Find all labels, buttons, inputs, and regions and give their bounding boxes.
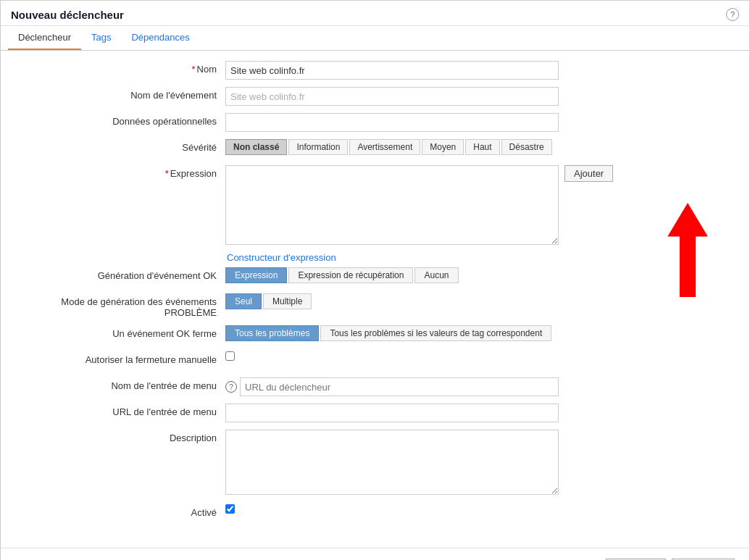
ajouter-expression-button[interactable]: Ajouter (564, 165, 613, 182)
active-checkbox[interactable] (225, 504, 235, 514)
expression-textarea[interactable] (225, 165, 559, 245)
sev-non-classe[interactable]: Non classé (225, 139, 287, 155)
nom-evenement-label: Nom de l'événement (15, 87, 225, 101)
mode-generation-label: Mode de génération des événements PROBLÈ… (15, 293, 225, 318)
active-label: Activé (15, 504, 225, 518)
ok-ferme-group: Tous les problèmes Tous les problèmes si… (225, 325, 551, 341)
nom-control (225, 61, 559, 80)
form-body: *Nom Nom de l'événement Données opératio… (1, 51, 749, 540)
donnees-label: Données opérationnelles (15, 113, 225, 127)
description-row: Description (15, 430, 735, 497)
info-icon[interactable]: ? (225, 381, 237, 393)
mode-generation-group: Seul Multiple (225, 293, 312, 309)
nom-entree-menu-label: Nom de l'entrée de menu (15, 377, 225, 391)
active-row: Activé Active (15, 504, 735, 523)
window-header: Nouveau déclencheur ? (1, 1, 749, 26)
ok-ferme-row: Un événement OK ferme Tous les problèmes… (15, 325, 735, 344)
url-entree-row: URL de l'entrée de menu (15, 404, 735, 422)
autoriser-fermeture-checkbox[interactable] (225, 351, 235, 361)
ok-ferme-label: Un événement OK ferme (15, 325, 225, 339)
constructeur-link-row: Constructeur d'expression (15, 252, 735, 263)
mode-seul-btn[interactable]: Seul (225, 293, 262, 309)
nom-input[interactable] (225, 61, 559, 80)
nom-label: *Nom (15, 61, 225, 75)
gen-aucun-btn[interactable]: Aucun (414, 267, 458, 283)
expression-container: Ajouter (225, 165, 613, 245)
constructeur-link[interactable]: Constructeur d'expression (15, 252, 735, 263)
autoriser-fermeture-control (225, 351, 235, 361)
sev-information[interactable]: Information (288, 139, 348, 155)
window: Nouveau déclencheur ? Déclencheur Tags D… (0, 0, 750, 560)
description-control (225, 430, 559, 497)
active-control: Active (225, 504, 235, 514)
sev-moyen[interactable]: Moyen (422, 139, 464, 155)
tabs-bar: Déclencheur Tags Dépendances (1, 26, 749, 51)
window-title: Nouveau déclencheur (11, 9, 124, 21)
expression-label: *Expression (15, 165, 225, 179)
nom-entree-menu-input[interactable] (240, 377, 559, 396)
tab-declencheur[interactable]: Déclencheur (8, 26, 81, 50)
help-icon[interactable]: ? (726, 8, 739, 21)
autoriser-fermeture-label: Autoriser la fermeture manuelle (15, 351, 225, 365)
url-entree-control (225, 404, 559, 422)
ok-ferme-tous-btn[interactable]: Tous les problèmes (225, 325, 319, 341)
footer-buttons: Ajouter Annuler (1, 548, 749, 560)
ok-ferme-tag-btn[interactable]: Tous les problèmes si les valeurs de tag… (320, 325, 551, 341)
autoriser-fermeture-row: Autoriser la fermeture manuelle (15, 351, 735, 370)
generation-ok-row: Génération d'événement OK Expression Exp… (15, 267, 735, 286)
mode-multiple-btn[interactable]: Multiple (263, 293, 312, 309)
expression-required: * (165, 168, 169, 179)
tab-dependances[interactable]: Dépendances (121, 26, 199, 50)
nom-evenement-row: Nom de l'événement (15, 87, 735, 106)
nom-entree-menu-control: ? (225, 377, 559, 396)
severity-group: Non classé Information Avertissement Moy… (225, 139, 552, 155)
url-entree-label: URL de l'entrée de menu (15, 404, 225, 417)
mode-generation-row: Mode de génération des événements PROBLÈ… (15, 293, 735, 318)
generation-ok-group: Expression Expression de récupération Au… (225, 267, 459, 283)
nom-evenement-control (225, 87, 559, 106)
sev-avertissement[interactable]: Avertissement (349, 139, 420, 155)
donnees-input[interactable] (225, 113, 559, 132)
description-label: Description (15, 430, 225, 443)
sev-desastre[interactable]: Désastre (501, 139, 552, 155)
severite-row: Sévérité Non classé Information Avertiss… (15, 139, 735, 158)
expression-row: *Expression Ajouter (15, 165, 735, 245)
sev-haut[interactable]: Haut (465, 139, 499, 155)
gen-expr-recuperation-btn[interactable]: Expression de récupération (288, 267, 413, 283)
donnees-control (225, 113, 559, 132)
description-textarea[interactable] (225, 430, 559, 495)
url-entree-input[interactable] (225, 404, 559, 422)
generation-ok-label: Génération d'événement OK (15, 267, 225, 281)
gen-expression-btn[interactable]: Expression (225, 267, 287, 283)
nom-entree-menu-row: Nom de l'entrée de menu ? (15, 377, 735, 396)
nom-row: *Nom (15, 61, 735, 80)
donnees-row: Données opérationnelles (15, 113, 735, 132)
nom-evenement-input[interactable] (225, 87, 559, 106)
nom-required: * (191, 64, 195, 75)
severite-label: Sévérité (15, 139, 225, 153)
tab-tags[interactable]: Tags (81, 26, 121, 50)
